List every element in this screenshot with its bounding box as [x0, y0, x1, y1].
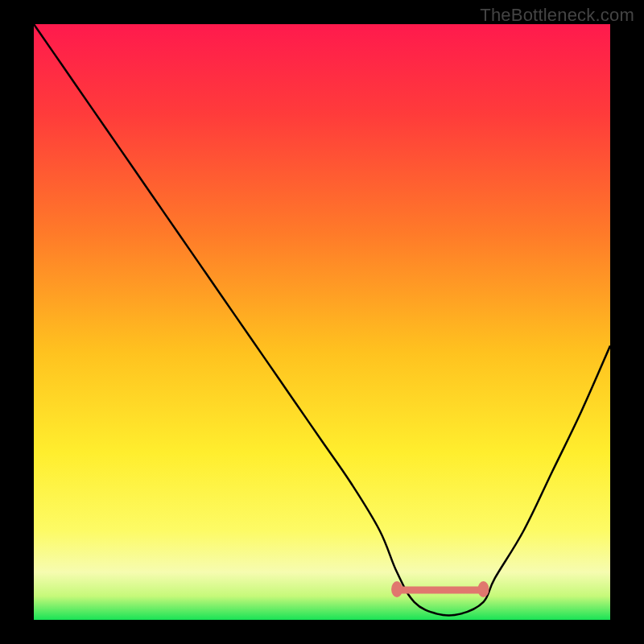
bottleneck-chart	[34, 24, 610, 620]
watermark-text: TheBottleneck.com	[480, 5, 634, 26]
svg-point-1	[391, 581, 402, 597]
chart-svg	[34, 24, 610, 620]
svg-point-2	[477, 581, 489, 597]
